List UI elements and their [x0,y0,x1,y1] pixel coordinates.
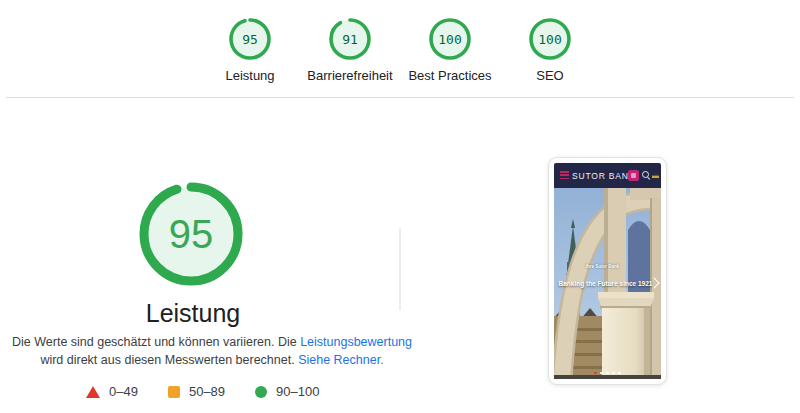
score-description: Die Werte sind geschätzt und können vari… [12,333,412,369]
gauge-score: 95 [228,17,272,61]
legend-item-pass: 90–100 [255,384,319,399]
summary-gauge-best-practices[interactable]: 100 Best Practices [400,17,500,83]
carousel-dots [554,372,661,375]
summary-gauges-row: 95 Leistung 91 Barrierefreiheit 100 [0,17,800,83]
column-separator [399,228,401,310]
search-icon [642,171,649,178]
screenshot-hero-image: Ihre Sutor Bank Banking the Future since… [554,188,661,379]
pagespeed-report: 95 Leistung 91 Barrierefreiheit 100 [0,0,800,413]
red-triangle-icon [86,386,100,398]
description-text: Die Werte sind geschätzt und können vari… [12,335,300,349]
siehe-rechner-link[interactable]: Siehe Rechner. [298,353,383,367]
gauge-label: Barrierefreiheit [307,68,392,83]
screenshot-site-header: SUTOR BANK [554,163,661,188]
score-legend: 0–49 50–89 90–100 [86,384,319,399]
site-name: SUTOR BANK [572,163,635,188]
gauge-score: 100 [428,17,472,61]
gauge-label: Best Practices [408,68,491,83]
hero-title-text: Banking the Future since 1921 [554,280,657,287]
menu-button-icon [628,170,639,181]
legend-range: 50–89 [189,384,225,399]
orange-square-icon [168,386,180,398]
performance-gauge: 95 [136,179,246,289]
legend-range: 90–100 [276,384,319,399]
gauge-score: 91 [328,17,372,61]
description-text: wird direkt aus diesen Messwerten berech… [40,353,298,367]
green-circle-icon [255,386,267,398]
hero-kicker-text: Ihre Sutor Bank [554,264,651,269]
hamburger-menu-icon [560,171,569,181]
performance-score: 95 [136,179,246,289]
legend-range: 0–49 [109,384,138,399]
page-screenshot-thumbnail[interactable]: SUTOR BANK [548,157,667,385]
legend-item-average: 50–89 [168,384,225,399]
leistungsbewertung-link[interactable]: Leistungsbewertung [300,335,412,349]
summary-gauge-leistung[interactable]: 95 Leistung [200,17,300,83]
gauge-label: SEO [536,68,563,83]
legend-item-fail: 0–49 [86,384,138,399]
summary-gauge-barrierefreiheit[interactable]: 91 Barrierefreiheit [300,17,400,83]
gauge-label: Leistung [225,68,274,83]
section-title: Leistung [2,299,384,328]
gauge-score: 100 [528,17,572,61]
german-flag-icon [652,173,659,178]
summary-gauge-seo[interactable]: 100 SEO [500,17,600,83]
horizontal-divider [6,97,794,98]
